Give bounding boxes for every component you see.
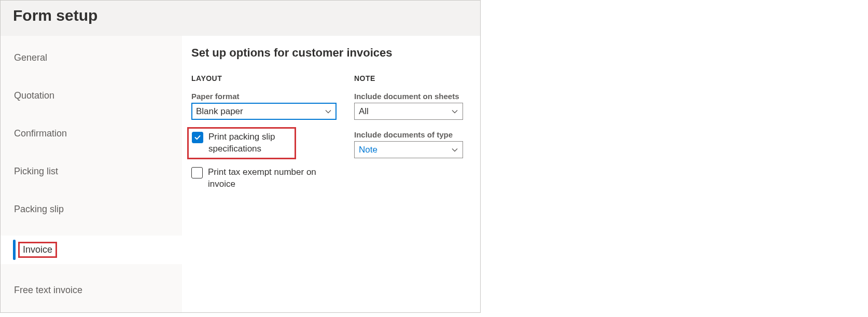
note-section-label: NOTE: [354, 74, 463, 82]
sidebar-item-free-text-invoice[interactable]: Free text invoice: [1, 279, 182, 302]
main-panel: Set up options for customer invoices LAY…: [182, 36, 480, 312]
include-doc-type-label: Include documents of type: [354, 130, 463, 139]
sidebar: General Quotation Confirmation Picking l…: [1, 36, 182, 312]
chevron-down-icon: [451, 146, 458, 154]
print-packing-slip-row: Print packing slip specifications: [187, 127, 296, 159]
include-doc-type-select[interactable]: Note: [354, 141, 463, 158]
form-setup-window: Form setup General Quotation Confirmatio…: [0, 0, 481, 313]
panel-heading: Set up options for customer invoices: [191, 46, 471, 60]
include-doc-sheets-select[interactable]: All: [354, 103, 463, 120]
sidebar-item-label: Quotation: [14, 90, 54, 101]
page-title: Form setup: [13, 7, 468, 24]
print-packing-slip-checkbox[interactable]: [192, 132, 203, 143]
sidebar-item-picking-list[interactable]: Picking list: [1, 160, 182, 183]
include-doc-type-value: Note: [359, 145, 451, 155]
content-area: General Quotation Confirmation Picking l…: [1, 36, 480, 312]
sidebar-item-label: Free text invoice: [14, 285, 82, 296]
sidebar-item-label: Confirmation: [14, 128, 67, 139]
paper-format-value: Blank paper: [196, 106, 325, 117]
sidebar-item-invoice[interactable]: Invoice: [1, 236, 182, 264]
print-packing-slip-label: Print packing slip specifications: [208, 131, 291, 155]
columns: LAYOUT Paper format Blank paper Print pa…: [191, 74, 471, 190]
sidebar-item-confirmation[interactable]: Confirmation: [1, 122, 182, 145]
check-icon: [194, 134, 201, 141]
chevron-down-icon: [325, 108, 332, 115]
sidebar-item-packing-slip[interactable]: Packing slip: [1, 198, 182, 221]
title-bar: Form setup: [1, 1, 480, 36]
print-tax-exempt-checkbox[interactable]: [191, 167, 203, 178]
include-doc-sheets-block: Include document on sheets All: [354, 92, 463, 120]
include-doc-sheets-label: Include document on sheets: [354, 92, 463, 101]
chevron-down-icon: [451, 108, 458, 115]
sidebar-item-general[interactable]: General: [1, 46, 182, 70]
layout-section-label: LAYOUT: [191, 74, 337, 82]
paper-format-label: Paper format: [191, 92, 337, 101]
print-tax-exempt-label: Print tax exempt number on invoice: [208, 167, 337, 190]
sidebar-item-quotation[interactable]: Quotation: [1, 84, 182, 107]
sidebar-item-label: Packing slip: [14, 204, 64, 215]
note-column: NOTE Include document on sheets All Incl…: [354, 74, 463, 190]
paper-format-select[interactable]: Blank paper: [191, 103, 337, 120]
sidebar-item-label: Picking list: [14, 166, 58, 177]
sidebar-item-label: General: [14, 52, 47, 63]
include-doc-type-block: Include documents of type Note: [354, 130, 463, 158]
include-doc-sheets-value: All: [359, 106, 451, 117]
sidebar-item-label: Invoice: [18, 242, 57, 258]
print-tax-exempt-row: Print tax exempt number on invoice: [191, 167, 337, 190]
layout-column: LAYOUT Paper format Blank paper Print pa…: [191, 74, 337, 190]
